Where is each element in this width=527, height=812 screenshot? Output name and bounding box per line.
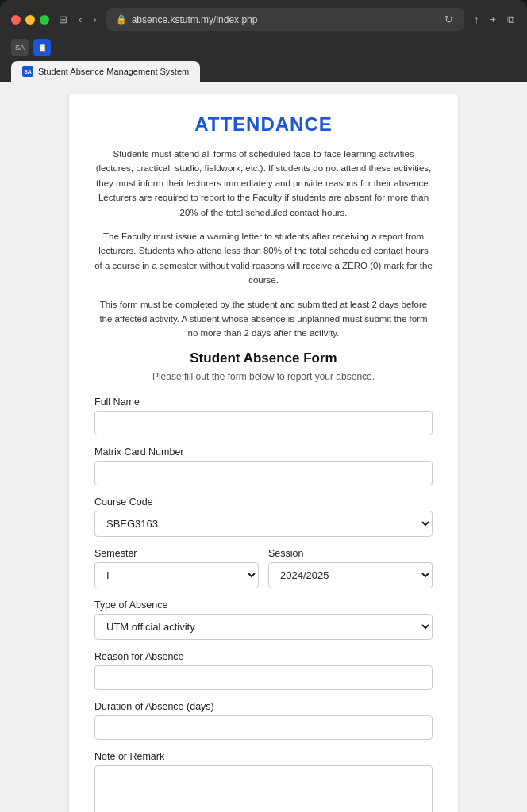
semester-session-row: Semester I II Session 2024/2025 2023/202… <box>94 548 433 599</box>
semester-group: Semester I II <box>94 548 259 588</box>
sidebar-toggle-button[interactable]: ⊞ <box>57 12 69 27</box>
minimize-button[interactable] <box>25 15 35 25</box>
note-label: Note or Remark <box>94 751 433 762</box>
tab-row: SA Student Absence Management System <box>0 61 527 82</box>
semester-label: Semester <box>94 548 259 559</box>
sidebar-icon-2[interactable]: 📋 <box>33 39 51 56</box>
reason-group: Reason for Absence <box>94 651 433 690</box>
course-code-group: Course Code SBEG3163 SBEG3164 SBEG3165 <box>94 496 433 537</box>
type-of-absence-select[interactable]: UTM official activity Medical Personal O… <box>94 614 433 640</box>
reason-input[interactable] <box>94 665 433 690</box>
url-bar[interactable]: 🔒 absence.kstutm.my/index.php ↻ <box>106 8 464 31</box>
add-tab-button[interactable]: + <box>488 12 498 27</box>
tab-favicon: SA <box>22 66 33 77</box>
session-select[interactable]: 2024/2025 2023/2024 <box>268 562 433 588</box>
traffic-lights <box>11 15 49 25</box>
attendance-para2: The Faculty must issue a warning letter … <box>94 229 433 288</box>
type-of-absence-group: Type of Absence UTM official activity Me… <box>94 599 433 640</box>
url-text: absence.kstutm.my/index.php <box>132 14 438 25</box>
session-label: Session <box>268 548 433 559</box>
matrix-card-label: Matrix Card Number <box>94 446 433 458</box>
maximize-button[interactable] <box>40 15 49 25</box>
lock-icon: 🔒 <box>116 14 127 25</box>
page-content: ATTENDANCE Students must attend all form… <box>0 82 527 812</box>
extensions-button[interactable]: ⧉ <box>506 12 516 28</box>
browser-window: ⊞ ‹ › 🔒 absence.kstutm.my/index.php ↻ ↑ … <box>0 0 527 812</box>
sidebar-icon-1[interactable]: SA <box>11 39 29 56</box>
attendance-para3: This form must be completed by the stude… <box>94 297 433 341</box>
full-name-input[interactable] <box>94 411 433 435</box>
full-name-label: Full Name <box>94 396 433 408</box>
tab-title: Student Absence Management System <box>38 67 189 76</box>
attendance-title: ATTENDANCE <box>94 113 433 136</box>
note-group: Note or Remark <box>94 751 433 812</box>
session-group: Session 2024/2025 2023/2024 <box>268 548 433 588</box>
nav-forward-button[interactable]: › <box>91 12 98 27</box>
form-section-title: Student Absence Form <box>94 350 433 366</box>
share-button[interactable]: ↑ <box>472 12 481 27</box>
matrix-card-group: Matrix Card Number <box>94 446 433 485</box>
matrix-card-input[interactable] <box>94 461 433 485</box>
type-of-absence-label: Type of Absence <box>94 599 433 611</box>
duration-label: Duration of Absence (days) <box>94 701 433 712</box>
active-tab[interactable]: SA Student Absence Management System <box>11 61 200 82</box>
duration-input[interactable] <box>94 715 433 740</box>
nav-back-button[interactable]: ‹ <box>77 12 83 27</box>
semester-select[interactable]: I II <box>94 562 259 588</box>
note-textarea[interactable] <box>94 765 433 812</box>
course-code-select[interactable]: SBEG3163 SBEG3164 SBEG3165 <box>94 511 433 537</box>
form-subtitle: Please fill out the form below to report… <box>94 371 433 382</box>
content-card: ATTENDANCE Students must attend all form… <box>69 94 458 812</box>
refresh-button[interactable]: ↻ <box>443 12 455 27</box>
browser-titlebar: ⊞ ‹ › 🔒 absence.kstutm.my/index.php ↻ ↑ … <box>0 0 527 36</box>
url-bar-container: 🔒 absence.kstutm.my/index.php ↻ <box>106 8 464 31</box>
close-button[interactable] <box>11 15 21 25</box>
attendance-para1: Students must attend all forms of schedu… <box>94 147 433 220</box>
course-code-label: Course Code <box>94 496 433 508</box>
full-name-group: Full Name <box>94 396 433 435</box>
duration-group: Duration of Absence (days) <box>94 701 433 740</box>
reason-label: Reason for Absence <box>94 651 433 662</box>
